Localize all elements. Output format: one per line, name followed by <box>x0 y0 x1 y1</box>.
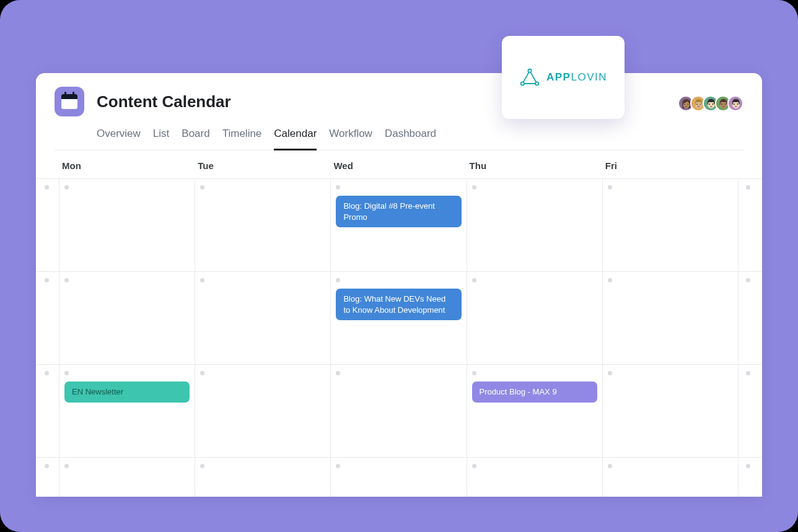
edge-cell <box>739 179 762 271</box>
calendar-row: Blog: Digital #8 Pre-event Promo <box>36 178 762 271</box>
edge-cell <box>739 458 762 497</box>
calendar-cell[interactable] <box>331 458 467 497</box>
tab-overview[interactable]: Overview <box>97 124 141 150</box>
tab-workflow[interactable]: Workflow <box>329 124 372 150</box>
calendar-cell[interactable]: EN Newsletter <box>59 365 195 457</box>
day-header-tue: Tue <box>195 160 331 171</box>
tab-board[interactable]: Board <box>182 124 209 150</box>
tab-list[interactable]: List <box>153 124 169 150</box>
calendar-cell[interactable] <box>195 458 331 497</box>
view-tabs: Overview List Board Timeline Calendar Wo… <box>55 124 743 150</box>
calendar-cell[interactable]: Blog: Digital #8 Pre-event Promo <box>331 179 467 271</box>
calendar-event[interactable]: EN Newsletter <box>64 382 190 403</box>
calendar-grid: Blog: Digital #8 Pre-event Promo Blog: W… <box>36 178 762 497</box>
header-top: Content Calendar <box>55 87 743 116</box>
calendar-cell[interactable] <box>467 458 603 497</box>
svg-point-0 <box>528 69 531 72</box>
calendar-cell[interactable] <box>331 365 467 457</box>
calendar-cell[interactable] <box>195 179 331 271</box>
day-header-fri: Fri <box>603 160 739 171</box>
calendar-cell[interactable] <box>603 365 739 457</box>
calendar-row: Blog: What New DEVs Need to Know About D… <box>36 271 762 364</box>
edge-cell <box>36 179 59 271</box>
calendar-cell[interactable] <box>603 272 739 364</box>
calendar-cell[interactable] <box>603 458 739 497</box>
avatar[interactable]: 👨🏻 <box>727 95 743 111</box>
edge-cell <box>36 272 59 364</box>
day-header-mon: Mon <box>59 160 195 171</box>
calendar-cell[interactable] <box>59 179 195 271</box>
calendar-icon <box>61 94 77 109</box>
calendar-event[interactable]: Blog: What New DEVs Need to Know About D… <box>336 289 461 320</box>
calendar-cell[interactable] <box>467 272 603 364</box>
calendar-cell[interactable]: Blog: What New DEVs Need to Know About D… <box>331 272 467 364</box>
calendar-cell[interactable] <box>59 272 195 364</box>
edge-cell <box>36 365 59 457</box>
day-header-thu: Thu <box>467 160 603 171</box>
calendar-cell[interactable]: Product Blog - MAX 9 <box>467 365 603 457</box>
applovin-logo-icon <box>519 68 540 87</box>
page-background: Content Calendar 👩🏽 👨🏼 👨🏻 👨🏽 👨🏻 Overview… <box>0 0 798 532</box>
calendar-event[interactable]: Blog: Digital #8 Pre-event Promo <box>336 196 461 227</box>
tab-timeline[interactable]: Timeline <box>222 124 262 150</box>
calendar-cell[interactable] <box>467 179 603 271</box>
svg-point-1 <box>521 82 524 85</box>
app-window: Content Calendar 👩🏽 👨🏼 👨🏻 👨🏽 👨🏻 Overview… <box>36 73 762 497</box>
app-calendar-icon <box>55 87 84 116</box>
header: Content Calendar 👩🏽 👨🏼 👨🏻 👨🏽 👨🏻 Overview… <box>36 73 762 150</box>
collaborator-avatars[interactable]: 👩🏽 👨🏼 👨🏻 👨🏽 👨🏻 <box>682 95 743 111</box>
tab-dashboard[interactable]: Dashboard <box>385 124 436 150</box>
applovin-logo-text: APPLOVIN <box>546 71 607 84</box>
calendar-event[interactable]: Product Blog - MAX 9 <box>472 382 597 403</box>
calendar-row <box>36 457 762 497</box>
calendar-cell[interactable] <box>59 458 195 497</box>
calendar-cell[interactable] <box>195 365 331 457</box>
tab-calendar[interactable]: Calendar <box>274 124 317 150</box>
day-headers: Mon Tue Wed Thu Fri <box>36 150 762 178</box>
brand-logo-card: APPLOVIN <box>502 36 625 119</box>
page-title: Content Calendar <box>97 92 231 111</box>
edge-cell <box>36 458 59 497</box>
edge-cell <box>739 365 762 457</box>
calendar-row: EN Newsletter Product Blog - MAX 9 <box>36 364 762 457</box>
day-header-wed: Wed <box>331 160 467 171</box>
edge-cell <box>739 272 762 364</box>
svg-point-2 <box>535 82 538 85</box>
calendar-cell[interactable] <box>195 272 331 364</box>
calendar-cell[interactable] <box>603 179 739 271</box>
